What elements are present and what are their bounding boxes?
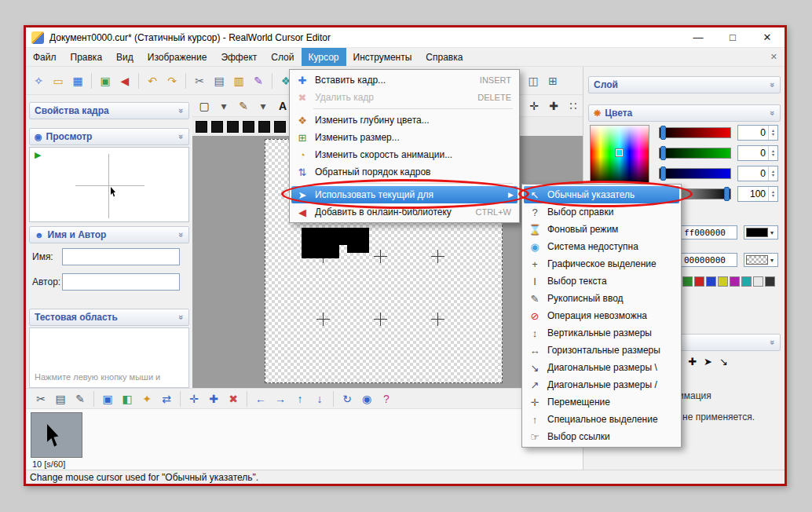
add-icon[interactable]: ✚ [205,390,222,408]
move-icon[interactable]: ✛ [185,390,203,408]
open-folder-icon[interactable]: ▭ [49,72,67,90]
frame-props-header[interactable]: Свойства кадра » [29,102,189,119]
submenu-item-precision-select[interactable]: +Графическое выделение [524,255,679,272]
palette-swatch[interactable] [718,276,728,287]
slider-handle[interactable] [660,166,666,181]
menubar-item-1[interactable]: Правка [64,48,110,66]
brush-icon[interactable]: ✎ [250,72,267,90]
submenu-item-vertical-resize[interactable]: ↕Вертикальные размеры [524,324,679,342]
pencil-dropdown-icon[interactable]: ▾ [254,97,272,115]
brush-swatch[interactable] [243,121,254,133]
maximize-button[interactable]: □ [715,27,750,47]
color-picker[interactable] [590,125,649,183]
palette-swatch[interactable] [682,276,693,287]
menubar-item-5[interactable]: Слой [264,48,301,66]
chevron-icon[interactable]: » [177,315,186,320]
pencil-tool-icon[interactable]: ✎ [235,97,252,115]
paste-icon[interactable]: ▥ [230,72,247,90]
layer-panel-header[interactable]: Слой » [588,76,781,93]
globe-icon[interactable]: ◉ [358,390,375,408]
palette-swatch[interactable] [730,276,740,287]
select-dropdown-icon[interactable]: ▾ [215,97,232,115]
palette-swatch[interactable] [753,276,763,287]
shape-preset[interactable]: ➤ [704,356,712,368]
shift-up-icon[interactable]: ↑ [291,390,309,408]
name-input[interactable] [62,248,180,265]
export-image-icon[interactable]: ▣ [97,72,114,90]
save-icon[interactable]: ▦ [69,72,86,90]
shift-down-icon[interactable]: ↓ [311,390,328,408]
palette-swatch[interactable] [741,276,752,287]
menubar-item-6[interactable]: Курсор [302,48,346,66]
preview-header[interactable]: ◉ Просмотр » [29,128,189,145]
submenu-item-diagonal-resize-1[interactable]: ↘Диагональные размеры \ [524,359,679,376]
rotate-icon[interactable]: ↻ [338,390,356,408]
spin-down-icon[interactable]: ▾ [772,133,774,137]
redo-icon[interactable]: ↷ [163,72,181,90]
submenu-item-horizontal-resize[interactable]: ↔Горизонтальные размеры [524,342,679,359]
menubar-item-7[interactable]: Инструменты [346,48,419,66]
menubar-item-2[interactable]: Вид [109,48,141,66]
copy-icon[interactable]: ▤ [52,390,69,408]
spin-down-icon[interactable]: ▾ [772,174,774,177]
menu-item-use-current-for[interactable]: ➤Использовать текущий для▶ [291,186,518,203]
secondary-hex-input[interactable]: 00000000 [681,253,737,267]
submenu-item-help-select[interactable]: ?Выбор справки [524,203,679,221]
submenu-item-system-busy[interactable]: ◉Система недоступна [524,238,679,255]
submenu-item-move[interactable]: ✛Перемещение [524,393,679,411]
color-slider[interactable] [659,168,731,179]
cut-icon[interactable]: ✂ [191,72,208,90]
author-input[interactable] [62,273,180,291]
color-slider[interactable] [659,127,731,138]
color-picker-marker[interactable] [616,149,623,156]
color-slider[interactable] [659,148,731,159]
test-area-header[interactable]: Тестовая область » [29,309,189,326]
menu-item-change-animation-speed[interactable]: ◔Изменить скорость анимации... [291,146,518,163]
submenu-item-normal-pointer[interactable]: ↖Обычный указатель [524,186,679,203]
menu-item-change-size[interactable]: ⊞Изменить размер... [291,129,518,146]
menu-item-reverse-frame-order[interactable]: ⇅Обратный порядок кадров [291,163,518,181]
wizard-icon[interactable]: ? [378,390,395,408]
color-hex-input[interactable]: ff000000 [681,225,737,240]
slider-handle[interactable] [660,146,666,160]
submenu-item-text-select[interactable]: IВыбор текста [524,272,679,290]
add-tool-icon[interactable]: ✚ [545,97,562,115]
canvas-icon[interactable]: ▣ [99,390,116,408]
palette-swatch[interactable] [765,276,775,287]
submenu-item-alternate-select[interactable]: ↑Специальное выделение [524,411,679,428]
shape-preset[interactable]: ✚ [688,356,697,368]
color-value-input[interactable]: 100▴▾ [737,186,778,202]
chevron-icon[interactable]: » [177,134,186,139]
spin-down-icon[interactable]: ▾ [772,194,774,198]
brush-swatch[interactable] [196,121,207,133]
secondary-color-swatch[interactable]: ▾ [744,253,778,267]
slider-handle[interactable] [660,126,666,140]
brush-swatch[interactable] [274,121,286,133]
pattern-tool-icon[interactable]: ∷ [565,97,582,115]
new-document-icon[interactable]: ✧ [30,72,47,90]
brush-swatch[interactable] [211,121,223,133]
test-area[interactable]: Нажмите левую кнопку мыши и [29,327,189,388]
brush-swatch[interactable] [227,121,239,133]
color-value-input[interactable]: 0▴▾ [737,166,778,181]
palette-swatch[interactable] [706,276,716,287]
grid-view-icon[interactable]: ◫ [525,72,542,90]
hotspot-tool-icon[interactable]: ✛ [525,97,543,115]
brush-icon[interactable]: ✎ [71,390,89,408]
effect-icon[interactable]: ✦ [138,390,155,408]
color-value-input[interactable]: 0▴▾ [737,125,778,141]
submenu-item-working-in-background[interactable]: ⌛Фоновый режим [524,221,679,238]
name-author-header[interactable]: ☻ Имя и Автор » [29,226,189,243]
slider-handle[interactable] [724,187,730,201]
chevron-icon[interactable]: » [177,232,186,237]
shift-left-icon[interactable]: ← [252,390,269,408]
submenu-item-unavailable[interactable]: ⊘Операция невозможна [524,307,679,324]
chevron-icon[interactable]: » [768,111,777,115]
menubar-item-4[interactable]: Эффект [214,48,264,66]
color-value-input[interactable]: 0▴▾ [737,145,778,161]
menu-item-change-color-depth[interactable]: ❖Изменить глубину цвета... [291,112,518,129]
submenu-item-diagonal-resize-2[interactable]: ↗Диагональные размеры / [524,376,679,393]
image-icon[interactable]: ◧ [119,390,136,408]
submenu-item-handwriting[interactable]: ✎Рукописный ввод [524,290,679,307]
menubar-item-3[interactable]: Изображение [141,48,214,66]
